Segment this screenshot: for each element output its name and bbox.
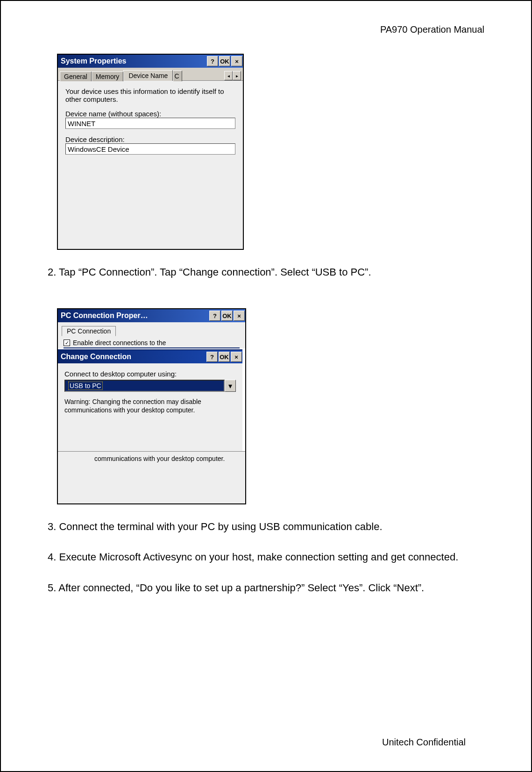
tail-text: communications with your desktop compute… (94, 455, 225, 462)
help-button[interactable]: ? (206, 352, 218, 362)
ok-button[interactable]: OK (219, 352, 230, 362)
step-4-text: 4. Execute Microsoft Activesync on your … (48, 549, 484, 565)
warning-text: Warning: Changing the connection may dis… (64, 397, 236, 414)
pc-connection-back: PC Connection Proper… ? OK × PC Connecti… (58, 309, 245, 348)
pc-connection-window: PC Connection Proper… ? OK × PC Connecti… (57, 308, 246, 504)
window-title-back: PC Connection Proper… (61, 312, 148, 320)
device-name-label: Device name (without spaces): (65, 110, 235, 118)
device-desc-input[interactable] (65, 143, 235, 155)
tab-scroll-right-icon[interactable]: ▸ (233, 71, 241, 80)
close-button[interactable]: × (231, 56, 242, 66)
enable-direct-label: Enable direct connections to the (73, 339, 166, 347)
tab-scroll-left-icon[interactable]: ◂ (224, 71, 233, 80)
titlebar-back: PC Connection Proper… ? OK × (58, 309, 245, 322)
tab-memory[interactable]: Memory (92, 71, 124, 81)
tab-cropped[interactable]: C (173, 71, 182, 81)
back-body-tail: communications with your desktop compute… (58, 451, 245, 504)
window-body: Your device uses this information to ide… (58, 81, 243, 249)
change-connection-dialog: Change Connection ? OK × Connect to desk… (58, 349, 242, 452)
doc-header: PA970 Operation Manual (48, 24, 484, 35)
doc-footer: Unitech Confidential (382, 737, 466, 748)
tab-strip: General Memory Device Name C ◂ ▸ (58, 68, 243, 81)
device-name-input[interactable] (65, 118, 235, 129)
tab-general[interactable]: General (60, 71, 92, 81)
window-title: System Properties (61, 57, 127, 65)
ok-button[interactable]: OK (221, 311, 233, 321)
chevron-down-icon[interactable]: ▾ (225, 380, 236, 392)
connection-combo-field[interactable]: USB to PC (64, 380, 225, 392)
help-button[interactable]: ? (207, 56, 218, 66)
system-properties-window: System Properties ? OK × General Memory … (57, 54, 244, 250)
close-button[interactable]: × (231, 352, 242, 362)
tab-device-name[interactable]: Device Name (123, 70, 173, 81)
enable-direct-row: ✓ Enable direct connections to the (64, 339, 240, 348)
connection-combo[interactable]: USB to PC ▾ (64, 380, 236, 392)
connect-using-label: Connect to desktop computer using: (64, 370, 236, 378)
ok-button[interactable]: OK (219, 56, 230, 66)
tab-pc-connection[interactable]: PC Connection (62, 326, 116, 336)
window-title-front: Change Connection (61, 353, 131, 361)
enable-direct-checkbox[interactable]: ✓ (64, 340, 70, 346)
connection-combo-value: USB to PC (68, 382, 103, 390)
step-3-text: 3. Connect the terminal with your PC by … (48, 518, 484, 535)
step-5-text: 5. After connected, “Do you like to set … (48, 580, 484, 596)
titlebar: System Properties ? OK × (58, 55, 243, 68)
close-button[interactable]: × (234, 311, 245, 321)
info-text: Your device uses this information to ide… (65, 87, 235, 103)
step-2-text: 2. Tap “PC Connection”. Tap “Change conn… (48, 264, 484, 280)
titlebar-front: Change Connection ? OK × (58, 350, 242, 363)
help-button[interactable]: ? (209, 311, 220, 321)
device-desc-label: Device description: (65, 135, 235, 143)
